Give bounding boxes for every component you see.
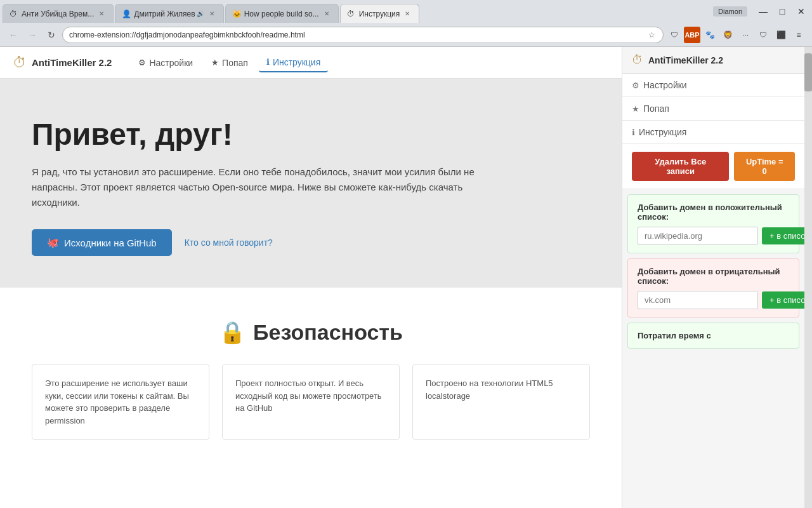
extension-btn-2[interactable]: 🐾 xyxy=(702,27,718,43)
security-card-1-text: Это расширение не использует ваши куки, … xyxy=(45,377,196,427)
tab-3-favicon: 🐱 xyxy=(232,10,241,18)
page-content: ⏱ AntiTimeKiller 2.2 ⚙ Настройки ★ Попап… xyxy=(0,47,622,508)
security-card-3: Построено на технологии HTML5 localstora… xyxy=(412,364,590,440)
more-actions-button[interactable]: ··· xyxy=(737,27,754,43)
hero-buttons: 🐙 Исходники на GitHub Кто со мной говори… xyxy=(32,229,590,256)
positive-add-button[interactable]: + в список xyxy=(762,227,804,244)
panel-nav-caught[interactable]: ★ Попап xyxy=(622,97,804,121)
content-area: ⏱ AntiTimeKiller 2.2 ⚙ Настройки ★ Попап… xyxy=(0,47,812,508)
menu-button[interactable]: ≡ xyxy=(790,27,807,43)
panel-inner: ⏱ AntiTimeKiller 2.2 ⚙ Настройки ★ Попап… xyxy=(622,47,804,508)
page-logo: ⏱ AntiTimeKiller 2.2 xyxy=(13,55,112,71)
panel-logo-icon: ⏱ xyxy=(632,53,643,67)
tab-3[interactable]: 🐱 How people build so... ✕ xyxy=(225,4,339,23)
bookmark-icon[interactable]: ☆ xyxy=(647,29,657,41)
address-bar: ← → ↻ chrome-extension://dgfjadmjonodanp… xyxy=(0,23,812,47)
tab-4-favicon: ⏱ xyxy=(347,10,356,18)
tab-4-close[interactable]: ✕ xyxy=(402,9,412,19)
nav-links: ⚙ Настройки ★ Попап ℹ Инструкция xyxy=(131,53,328,72)
nav-link-instructions-label: Инструкция xyxy=(273,57,320,67)
panel-nav-settings[interactable]: ⚙ Настройки xyxy=(622,74,804,97)
panel-nav-instructions[interactable]: ℹ Инструкция xyxy=(622,121,804,144)
positive-domain-input[interactable] xyxy=(638,227,758,245)
tab-4-title: Инструкция xyxy=(359,10,400,18)
window-controls: — □ ✕ xyxy=(755,4,809,18)
tabs-container: ⏱ Анти Убийца Врем... ✕ 👤 Дмитрий Жиляев… xyxy=(3,0,713,23)
panel-star-icon: ★ xyxy=(632,104,639,114)
panel-scrollbar[interactable] xyxy=(804,47,812,508)
negative-domain-input-row: + в список xyxy=(638,291,789,309)
panel-nav-instructions-label: Инструкция xyxy=(639,127,686,137)
settings-nav-icon: ⚙ xyxy=(138,58,146,67)
page-nav: ⏱ AntiTimeKiller 2.2 ⚙ Настройки ★ Попап… xyxy=(0,47,622,79)
panel-header: ⏱ AntiTimeKiller 2.2 xyxy=(622,47,804,74)
tab-1-title: Анти Убийца Врем... xyxy=(22,10,94,18)
github-button[interactable]: 🐙 Исходники на GitHub xyxy=(32,229,172,256)
maximize-button[interactable]: □ xyxy=(774,4,790,18)
github-icon: 🐙 xyxy=(47,237,59,248)
info-nav-icon: ℹ xyxy=(266,57,270,67)
tab-1-favicon: ⏱ xyxy=(10,10,18,18)
security-title-text: Безопасность xyxy=(253,320,403,345)
tab-2-title: Дмитрий Жиляев xyxy=(134,10,195,18)
negative-domain-input[interactable] xyxy=(638,291,758,309)
nav-link-caught-label: Попап xyxy=(222,58,248,68)
positive-domain-section: Добавить домен в положительный список: +… xyxy=(627,194,799,253)
tab-3-close[interactable]: ✕ xyxy=(322,9,332,19)
positive-section-label: Добавить домен в положительный список: xyxy=(638,203,789,222)
right-panel: ⏱ AntiTimeKiller 2.2 ⚙ Настройки ★ Попап… xyxy=(622,47,812,508)
tab-3-title: How people build so... xyxy=(244,10,319,18)
tab-2-favicon: 👤 xyxy=(122,10,131,18)
lock-icon: 🔒 xyxy=(219,319,246,345)
scrollbar-thumb[interactable] xyxy=(804,53,812,91)
github-button-label: Исходники на GitHub xyxy=(64,237,157,248)
url-bar[interactable]: chrome-extension://dgfjadmjonodanpeafegb… xyxy=(62,27,664,43)
extensions-button[interactable]: ⬛ xyxy=(773,27,789,43)
positive-domain-input-row: + в список xyxy=(638,227,789,245)
tab-2-close[interactable]: ✕ xyxy=(207,9,217,19)
tab-1[interactable]: ⏱ Анти Убийца Врем... ✕ xyxy=(3,4,114,23)
nav-link-instructions[interactable]: ℹ Инструкция xyxy=(259,53,328,72)
panel-settings-icon: ⚙ xyxy=(632,81,639,90)
hero-text: Я рад, что ты установил это расширение. … xyxy=(32,164,508,210)
delete-all-button[interactable]: Удалить Все записи xyxy=(632,152,729,181)
security-card-2-text: Проект полностью открыт. И весь исходный… xyxy=(235,377,386,415)
tab-2[interactable]: 👤 Дмитрий Жиляев 🔊 ✕ xyxy=(115,4,223,23)
hero-section: Привет, друг! Я рад, что ты установил эт… xyxy=(0,79,622,288)
hero-title: Привет, друг! xyxy=(32,117,590,152)
adblock-button[interactable]: ABP xyxy=(684,27,700,43)
reload-button[interactable]: ↻ xyxy=(43,27,60,43)
time-section-label: Потратил время с xyxy=(638,331,789,340)
tab-4[interactable]: ⏱ Инструкция ✕ xyxy=(340,4,420,23)
negative-add-button[interactable]: + в список xyxy=(762,291,804,309)
uptime-button[interactable]: UpTime = 0 xyxy=(734,152,795,181)
security-cards: Это расширение не использует ваши куки, … xyxy=(25,364,596,440)
tab-2-sound: 🔊 xyxy=(197,10,204,17)
forward-button[interactable]: → xyxy=(24,27,41,43)
extension-btn-1[interactable]: 🛡 xyxy=(666,27,683,43)
shield-btn[interactable]: 🛡 xyxy=(755,27,771,43)
minimize-button[interactable]: — xyxy=(755,4,771,18)
nav-link-settings-label: Настройки xyxy=(149,58,193,68)
panel-title: AntiTimeKiller 2.2 xyxy=(648,55,723,65)
user-label: Diamon xyxy=(713,6,747,17)
url-icons: ☆ xyxy=(647,29,657,41)
logo-text: AntiTimeKiller 2.2 xyxy=(32,57,112,68)
talk-link[interactable]: Кто со мной говорит? xyxy=(185,237,273,248)
security-card-1: Это расширение не использует ваши куки, … xyxy=(32,364,209,440)
negative-domain-section: Добавить домен в отрицательный список: +… xyxy=(627,258,799,318)
panel-action-buttons: Удалить Все записи UpTime = 0 xyxy=(622,144,804,189)
nav-link-settings[interactable]: ⚙ Настройки xyxy=(131,53,200,72)
tab-1-close[interactable]: ✕ xyxy=(96,9,107,19)
panel-nav-caught-label: Попап xyxy=(643,104,669,114)
security-section: 🔒 Безопасность Это расширение не использ… xyxy=(0,288,622,459)
panel-info-icon: ℹ xyxy=(632,128,635,137)
time-section: Потратил время с xyxy=(627,323,799,349)
star-nav-icon: ★ xyxy=(211,58,219,67)
nav-link-caught[interactable]: ★ Попап xyxy=(204,53,256,72)
panel-nav-settings-label: Настройки xyxy=(643,80,687,90)
close-button[interactable]: ✕ xyxy=(793,4,809,18)
back-button[interactable]: ← xyxy=(5,27,22,43)
browser-actions: 🛡 ABP 🐾 🦁 ··· 🛡 ⬛ ≡ xyxy=(666,27,807,43)
extension-btn-3[interactable]: 🦁 xyxy=(719,27,736,43)
